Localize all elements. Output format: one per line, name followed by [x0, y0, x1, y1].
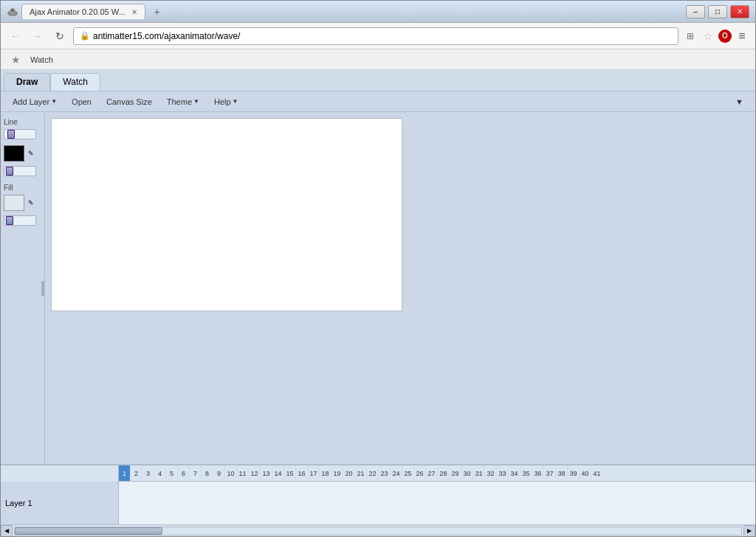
browser-tab[interactable]: Ajax Animator 0.20.05 W... ✕ — [21, 4, 145, 19]
svg-point-2 — [11, 9, 14, 12]
opera-icon[interactable]: O — [718, 30, 732, 43]
frame-num-38[interactable]: 38 — [556, 465, 568, 481]
frame-num-12[interactable]: 12 — [249, 465, 261, 481]
frame-num-10[interactable]: 10 — [225, 465, 237, 481]
app-area: Draw Watch Add Layer ▼ Open Canvas Size … — [1, 70, 755, 536]
line-color-swatch[interactable] — [4, 145, 24, 162]
frame-num-9[interactable]: 9 — [213, 465, 225, 481]
frame-num-32[interactable]: 32 — [485, 465, 497, 481]
frame-num-20[interactable]: 20 — [343, 465, 355, 481]
frame-num-28[interactable]: 28 — [438, 465, 450, 481]
add-layer-button[interactable]: Add Layer ▼ — [7, 96, 63, 108]
frame-num-1[interactable]: 1 — [119, 465, 131, 481]
menu-icon[interactable]: ≡ — [735, 29, 749, 44]
frame-num-36[interactable]: 36 — [532, 465, 544, 481]
scrollbar-track[interactable] — [14, 527, 742, 536]
frame-num-8[interactable]: 8 — [202, 465, 213, 481]
main-content: Line ✎ Fill ✎ — [1, 112, 755, 464]
tab-close-button[interactable]: ✕ — [131, 8, 137, 16]
drawing-canvas[interactable] — [51, 118, 402, 311]
line-opacity-slider[interactable] — [4, 166, 36, 176]
frame-num-21[interactable]: 21 — [355, 465, 367, 481]
fill-edit-icon[interactable]: ✎ — [26, 198, 36, 208]
fill-color-swatch[interactable] — [4, 195, 24, 211]
frame-num-17[interactable]: 17 — [308, 465, 320, 481]
frame-num-30[interactable]: 30 — [461, 465, 473, 481]
frame-num-19[interactable]: 19 — [331, 465, 343, 481]
frame-num-6[interactable]: 6 — [178, 465, 190, 481]
line-edit-icon[interactable]: ✎ — [26, 148, 36, 159]
frame-num-40[interactable]: 40 — [580, 465, 591, 481]
screenshot-icon[interactable]: ⊞ — [683, 29, 698, 44]
timeline-layer-header — [1, 465, 119, 482]
frame-num-26[interactable]: 26 — [414, 465, 426, 481]
url-input[interactable] — [93, 31, 672, 41]
frame-num-35[interactable]: 35 — [520, 465, 532, 481]
frame-num-31[interactable]: 31 — [473, 465, 485, 481]
frame-num-15[interactable]: 15 — [284, 465, 296, 481]
frame-num-34[interactable]: 34 — [509, 465, 520, 481]
fill-opacity-slider[interactable] — [4, 215, 36, 226]
frame-num-14[interactable]: 14 — [272, 465, 284, 481]
app-icon — [7, 6, 18, 18]
scrollbar-thumb[interactable] — [15, 527, 162, 535]
frame-num-13[interactable]: 13 — [261, 465, 272, 481]
frame-num-23[interactable]: 23 — [379, 465, 391, 481]
address-bar[interactable]: 🔒 — [73, 27, 678, 45]
frame-num-22[interactable]: 22 — [367, 465, 379, 481]
bookmark-star-icon[interactable]: ☆ — [701, 29, 715, 44]
frame-num-25[interactable]: 25 — [402, 465, 414, 481]
line-slider[interactable] — [4, 129, 36, 139]
frame-num-11[interactable]: 11 — [237, 465, 249, 481]
frame-num-7[interactable]: 7 — [190, 465, 202, 481]
frame-num-29[interactable]: 29 — [450, 465, 461, 481]
theme-arrow: ▼ — [193, 98, 199, 105]
canvas-size-button[interactable]: Canvas Size — [100, 96, 158, 108]
frame-num-4[interactable]: 4 — [154, 465, 166, 481]
frame-num-2[interactable]: 2 — [131, 465, 142, 481]
frame-num-24[interactable]: 24 — [391, 465, 402, 481]
fill-opacity-thumb — [6, 216, 13, 225]
scroll-left-button[interactable]: ◀ — [1, 525, 13, 537]
fill-color-row: ✎ — [4, 195, 41, 211]
new-tab-button[interactable]: + — [147, 1, 168, 22]
back-button[interactable]: ← — [7, 27, 24, 45]
frame-num-27[interactable]: 27 — [426, 465, 438, 481]
browser-tab-bar: Ajax Animator 0.20.05 W... ✕ + — [21, 1, 686, 22]
line-slider-container — [4, 129, 41, 139]
tab-watch[interactable]: Watch — [50, 73, 100, 91]
open-button[interactable]: Open — [66, 96, 97, 108]
timeline-body: Layer 1 — [1, 482, 755, 524]
help-button[interactable]: Help ▼ — [208, 96, 244, 108]
layer-1-label: Layer 1 — [1, 482, 119, 524]
frame-num-39[interactable]: 39 — [568, 465, 580, 481]
frame-num-18[interactable]: 18 — [320, 465, 331, 481]
toolbar-dropdown[interactable]: ▼ — [729, 96, 749, 108]
frame-num-41[interactable]: 41 — [591, 465, 603, 481]
maximize-button[interactable]: □ — [708, 5, 727, 18]
frame-num-16[interactable]: 16 — [296, 465, 308, 481]
timeline-header: 1234567891011121314151617181920212223242… — [1, 465, 755, 482]
forward-button[interactable]: → — [29, 27, 47, 45]
line-opacity-thumb — [6, 167, 13, 176]
refresh-button[interactable]: ↻ — [51, 27, 69, 45]
left-panel: Line ✎ Fill ✎ — [1, 112, 45, 464]
add-layer-arrow: ▼ — [51, 98, 57, 105]
close-button[interactable]: ✕ — [730, 5, 749, 18]
frame-num-5[interactable]: 5 — [166, 465, 178, 481]
frame-num-33[interactable]: 33 — [497, 465, 509, 481]
timeline-scrollbar: ◀ ▶ — [1, 524, 755, 536]
panel-resize-handle[interactable] — [41, 281, 44, 296]
tab-draw[interactable]: Draw — [4, 73, 50, 91]
canvas-area[interactable] — [45, 112, 755, 464]
minimize-button[interactable]: – — [686, 5, 705, 18]
bookmark-watch[interactable]: Watch — [24, 54, 59, 66]
frame-num-37[interactable]: 37 — [544, 465, 556, 481]
title-bar: Ajax Animator 0.20.05 W... ✕ + – □ ✕ — [1, 1, 755, 23]
frames-area[interactable] — [119, 482, 755, 524]
line-color-row: ✎ — [4, 145, 41, 162]
bookmarks-bar: ★ Watch — [1, 49, 755, 70]
frame-num-3[interactable]: 3 — [142, 465, 154, 481]
scroll-right-button[interactable]: ▶ — [743, 525, 755, 537]
theme-button[interactable]: Theme ▼ — [161, 96, 205, 108]
